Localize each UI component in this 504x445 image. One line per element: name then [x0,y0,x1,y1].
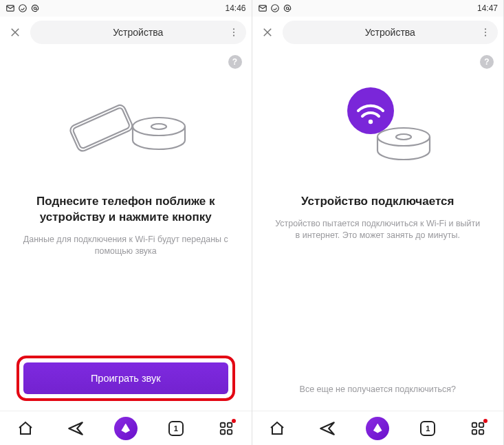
bottom-nav: 1 [252,411,504,445]
nav-alice[interactable] [364,415,391,442]
title-pill[interactable]: Устройства [283,21,498,44]
svg-rect-6 [69,103,134,153]
svg-point-5 [232,35,234,36]
bottom-area: Все еще не получается подключиться? [266,378,490,411]
close-button[interactable] [258,23,277,42]
svg-rect-25 [479,422,483,426]
kebab-menu-icon[interactable] [228,27,239,38]
nav-home[interactable] [263,415,291,442]
svg-point-22 [377,128,430,146]
nav-send[interactable] [314,415,341,442]
svg-point-1 [19,5,27,12]
alice-icon [366,417,389,440]
svg-point-3 [232,28,234,30]
help-label: ? [232,57,237,67]
nav-send[interactable] [62,415,89,442]
at-icon [30,3,40,13]
phone-screen-right: 14:47 Устройства ? [252,0,505,445]
main-content: ? Поднесите телефон поближе к устройству… [0,48,252,411]
whatsapp-icon [270,3,280,13]
close-button[interactable] [6,23,25,42]
status-bar: 14:47 [252,0,504,17]
svg-point-8 [133,118,185,135]
help-label: ? [484,57,489,67]
main-content: ? Устройство подключается Устрой [252,48,504,411]
phone-screen-left: 14:46 Устройства ? [0,0,252,445]
svg-point-4 [232,32,234,33]
help-button[interactable]: ? [480,55,494,69]
mail-icon [6,3,15,13]
kebab-menu-icon[interactable] [480,27,491,38]
svg-point-23 [396,134,411,140]
nav-tabs[interactable]: 1 [162,415,190,442]
help-button[interactable]: ? [228,55,242,69]
phone-speaker-illustration [50,87,201,169]
svg-rect-27 [479,429,483,433]
svg-point-9 [151,124,166,129]
status-icons [6,3,40,13]
nav-tabs[interactable]: 1 [414,415,441,442]
whatsapp-icon [18,3,28,13]
page-title: Устройства [113,27,163,38]
svg-rect-26 [472,429,476,433]
play-sound-button[interactable]: Проиграть звук [23,362,228,394]
top-bar: Устройства [252,17,504,48]
svg-point-21 [369,120,373,124]
svg-point-17 [485,28,486,30]
mail-icon [258,3,267,13]
svg-point-18 [485,32,486,33]
svg-rect-13 [228,429,232,433]
heading: Устройство подключается [301,194,454,210]
svg-point-19 [485,35,486,36]
heading: Поднесите телефон поближе к устройству и… [14,194,238,226]
nav-home[interactable] [12,415,39,442]
tab-count: 1 [168,421,184,436]
top-bar: Устройства [0,17,252,48]
notification-dot-icon [232,419,236,423]
svg-point-15 [271,5,278,12]
callout-frame: Проиграть звук [17,356,235,401]
notification-dot-icon [483,419,487,423]
status-time: 14:46 [225,3,245,13]
status-bar: 14:46 [0,0,252,17]
nav-alice[interactable] [112,415,140,442]
svg-point-20 [347,87,394,134]
svg-rect-11 [228,422,232,426]
bottom-nav: 1 [0,411,252,445]
page-title: Устройства [365,27,415,38]
at-icon [283,3,292,13]
bottom-area: Проиграть звук [14,356,238,411]
troubleshoot-link[interactable]: Все еще не получается подключиться? [266,378,490,404]
svg-rect-24 [472,422,476,426]
wifi-speaker-illustration [302,87,453,169]
subtext: Данные для подключения к Wi-Fi будут пер… [23,234,229,258]
nav-menu[interactable] [212,415,240,442]
title-pill[interactable]: Устройства [30,21,246,44]
alice-icon [114,417,138,440]
svg-rect-10 [221,422,225,426]
status-time: 14:47 [477,3,498,13]
svg-rect-12 [221,429,225,433]
nav-menu[interactable] [464,415,492,442]
status-icons [258,3,292,13]
tab-count: 1 [420,421,435,436]
subtext: Устройство пытается подключиться к Wi-Fi… [274,218,481,242]
